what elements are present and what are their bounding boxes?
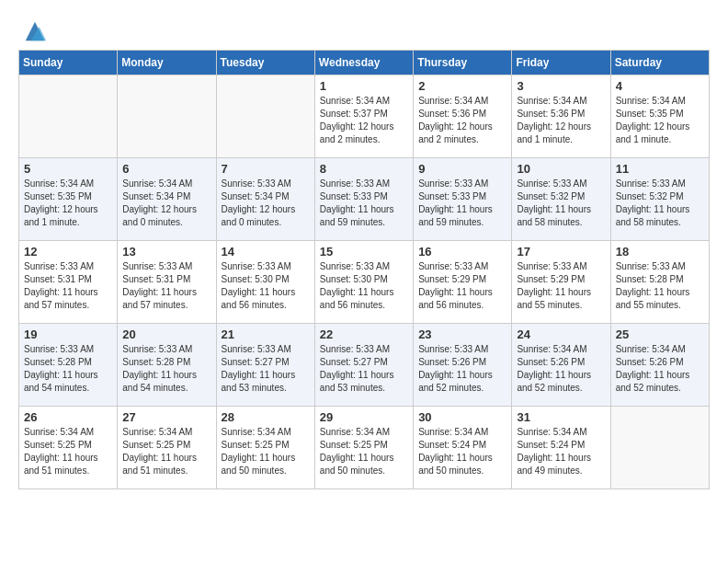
day-info: Sunrise: 5:34 AM Sunset: 5:25 PM Dayligh… bbox=[320, 426, 408, 477]
day-number: 23 bbox=[418, 327, 506, 341]
day-number: 20 bbox=[122, 327, 210, 341]
calendar-week-row: 26Sunrise: 5:34 AM Sunset: 5:25 PM Dayli… bbox=[19, 407, 710, 489]
day-number: 11 bbox=[616, 162, 704, 176]
calendar-day-cell: 12Sunrise: 5:33 AM Sunset: 5:31 PM Dayli… bbox=[19, 241, 118, 324]
day-info: Sunrise: 5:33 AM Sunset: 5:28 PM Dayligh… bbox=[616, 260, 704, 312]
day-number: 31 bbox=[517, 410, 605, 424]
calendar-week-row: 5Sunrise: 5:34 AM Sunset: 5:35 PM Daylig… bbox=[19, 158, 710, 241]
calendar-day-cell: 17Sunrise: 5:33 AM Sunset: 5:29 PM Dayli… bbox=[512, 241, 610, 324]
calendar-day-cell: 3Sunrise: 5:34 AM Sunset: 5:36 PM Daylig… bbox=[512, 75, 610, 158]
day-info: Sunrise: 5:33 AM Sunset: 5:28 PM Dayligh… bbox=[122, 343, 210, 395]
day-number: 5 bbox=[24, 162, 112, 176]
calendar-day-cell: 8Sunrise: 5:33 AM Sunset: 5:33 PM Daylig… bbox=[314, 158, 413, 241]
day-info: Sunrise: 5:33 AM Sunset: 5:33 PM Dayligh… bbox=[418, 178, 506, 229]
day-number: 17 bbox=[517, 245, 605, 259]
weekday-header-monday: Monday bbox=[118, 51, 216, 75]
calendar-day-cell bbox=[216, 75, 314, 158]
calendar-table: SundayMondayTuesdayWednesdayThursdayFrid… bbox=[18, 50, 710, 489]
calendar-day-cell: 27Sunrise: 5:34 AM Sunset: 5:25 PM Dayli… bbox=[118, 407, 216, 489]
calendar-day-cell: 29Sunrise: 5:34 AM Sunset: 5:25 PM Dayli… bbox=[314, 407, 413, 489]
calendar-day-cell: 18Sunrise: 5:33 AM Sunset: 5:28 PM Dayli… bbox=[610, 241, 709, 324]
day-info: Sunrise: 5:33 AM Sunset: 5:27 PM Dayligh… bbox=[320, 343, 408, 395]
main-container: SundayMondayTuesdayWednesdayThursdayFrid… bbox=[0, 0, 728, 499]
weekday-header-friday: Friday bbox=[512, 51, 610, 75]
day-info: Sunrise: 5:33 AM Sunset: 5:27 PM Dayligh… bbox=[222, 343, 310, 395]
weekday-header-thursday: Thursday bbox=[414, 51, 512, 75]
day-info: Sunrise: 5:34 AM Sunset: 5:26 PM Dayligh… bbox=[616, 343, 704, 395]
day-info: Sunrise: 5:33 AM Sunset: 5:34 PM Dayligh… bbox=[222, 178, 310, 229]
day-info: Sunrise: 5:33 AM Sunset: 5:31 PM Dayligh… bbox=[122, 260, 210, 312]
day-number: 9 bbox=[418, 162, 506, 176]
day-number: 25 bbox=[616, 327, 704, 341]
day-number: 22 bbox=[320, 327, 408, 341]
day-number: 2 bbox=[418, 79, 506, 93]
day-number: 10 bbox=[517, 162, 605, 176]
calendar-day-cell: 19Sunrise: 5:33 AM Sunset: 5:28 PM Dayli… bbox=[19, 324, 118, 407]
day-number: 1 bbox=[320, 79, 408, 93]
logo-icon bbox=[22, 18, 48, 44]
calendar-day-cell: 22Sunrise: 5:33 AM Sunset: 5:27 PM Dayli… bbox=[314, 324, 413, 407]
calendar-day-cell: 11Sunrise: 5:33 AM Sunset: 5:32 PM Dayli… bbox=[610, 158, 709, 241]
calendar-day-cell: 16Sunrise: 5:33 AM Sunset: 5:29 PM Dayli… bbox=[414, 241, 512, 324]
day-info: Sunrise: 5:33 AM Sunset: 5:30 PM Dayligh… bbox=[222, 260, 310, 312]
day-number: 24 bbox=[517, 327, 605, 341]
calendar-day-cell: 31Sunrise: 5:34 AM Sunset: 5:24 PM Dayli… bbox=[512, 407, 610, 489]
day-info: Sunrise: 5:34 AM Sunset: 5:25 PM Dayligh… bbox=[222, 426, 310, 477]
day-info: Sunrise: 5:34 AM Sunset: 5:37 PM Dayligh… bbox=[320, 95, 408, 146]
day-info: Sunrise: 5:34 AM Sunset: 5:34 PM Dayligh… bbox=[122, 178, 210, 229]
calendar-day-cell: 24Sunrise: 5:34 AM Sunset: 5:26 PM Dayli… bbox=[512, 324, 610, 407]
calendar-day-cell: 20Sunrise: 5:33 AM Sunset: 5:28 PM Dayli… bbox=[118, 324, 216, 407]
day-info: Sunrise: 5:33 AM Sunset: 5:32 PM Dayligh… bbox=[517, 178, 605, 229]
calendar-day-cell: 5Sunrise: 5:34 AM Sunset: 5:35 PM Daylig… bbox=[19, 158, 118, 241]
header bbox=[18, 18, 710, 44]
day-number: 19 bbox=[24, 327, 112, 341]
calendar-day-cell: 14Sunrise: 5:33 AM Sunset: 5:30 PM Dayli… bbox=[216, 241, 314, 324]
day-info: Sunrise: 5:33 AM Sunset: 5:32 PM Dayligh… bbox=[616, 178, 704, 229]
calendar-day-cell: 21Sunrise: 5:33 AM Sunset: 5:27 PM Dayli… bbox=[216, 324, 314, 407]
calendar-day-cell: 13Sunrise: 5:33 AM Sunset: 5:31 PM Dayli… bbox=[118, 241, 216, 324]
calendar-day-cell bbox=[118, 75, 216, 158]
day-number: 27 bbox=[122, 410, 210, 424]
calendar-day-cell: 26Sunrise: 5:34 AM Sunset: 5:25 PM Dayli… bbox=[19, 407, 118, 489]
day-number: 26 bbox=[24, 410, 112, 424]
day-number: 14 bbox=[222, 245, 310, 259]
day-info: Sunrise: 5:34 AM Sunset: 5:35 PM Dayligh… bbox=[24, 178, 112, 229]
calendar-day-cell bbox=[19, 75, 118, 158]
day-number: 3 bbox=[517, 79, 605, 93]
calendar-day-cell: 23Sunrise: 5:33 AM Sunset: 5:26 PM Dayli… bbox=[414, 324, 512, 407]
day-info: Sunrise: 5:33 AM Sunset: 5:29 PM Dayligh… bbox=[418, 260, 506, 312]
day-info: Sunrise: 5:33 AM Sunset: 5:26 PM Dayligh… bbox=[418, 343, 506, 395]
weekday-header-wednesday: Wednesday bbox=[314, 51, 413, 75]
day-info: Sunrise: 5:34 AM Sunset: 5:24 PM Dayligh… bbox=[418, 426, 506, 477]
day-number: 6 bbox=[122, 162, 210, 176]
weekday-header-tuesday: Tuesday bbox=[216, 51, 314, 75]
calendar-day-cell: 9Sunrise: 5:33 AM Sunset: 5:33 PM Daylig… bbox=[414, 158, 512, 241]
day-number: 15 bbox=[320, 245, 408, 259]
day-number: 21 bbox=[222, 327, 310, 341]
calendar-day-cell: 6Sunrise: 5:34 AM Sunset: 5:34 PM Daylig… bbox=[118, 158, 216, 241]
day-info: Sunrise: 5:33 AM Sunset: 5:29 PM Dayligh… bbox=[517, 260, 605, 312]
day-info: Sunrise: 5:34 AM Sunset: 5:35 PM Dayligh… bbox=[616, 95, 704, 146]
weekday-header-saturday: Saturday bbox=[610, 51, 709, 75]
calendar-day-cell: 2Sunrise: 5:34 AM Sunset: 5:36 PM Daylig… bbox=[414, 75, 512, 158]
day-number: 8 bbox=[320, 162, 408, 176]
day-number: 13 bbox=[122, 245, 210, 259]
calendar-day-cell bbox=[610, 407, 709, 489]
weekday-header-sunday: Sunday bbox=[19, 51, 118, 75]
day-number: 7 bbox=[222, 162, 310, 176]
day-info: Sunrise: 5:34 AM Sunset: 5:25 PM Dayligh… bbox=[24, 426, 112, 477]
day-info: Sunrise: 5:34 AM Sunset: 5:36 PM Dayligh… bbox=[517, 95, 605, 146]
calendar-day-cell: 15Sunrise: 5:33 AM Sunset: 5:30 PM Dayli… bbox=[314, 241, 413, 324]
day-info: Sunrise: 5:33 AM Sunset: 5:30 PM Dayligh… bbox=[320, 260, 408, 312]
day-number: 18 bbox=[616, 245, 704, 259]
day-info: Sunrise: 5:33 AM Sunset: 5:33 PM Dayligh… bbox=[320, 178, 408, 229]
day-info: Sunrise: 5:34 AM Sunset: 5:25 PM Dayligh… bbox=[122, 426, 210, 477]
day-info: Sunrise: 5:33 AM Sunset: 5:28 PM Dayligh… bbox=[24, 343, 112, 395]
day-info: Sunrise: 5:34 AM Sunset: 5:24 PM Dayligh… bbox=[517, 426, 605, 477]
calendar-day-cell: 28Sunrise: 5:34 AM Sunset: 5:25 PM Dayli… bbox=[216, 407, 314, 489]
day-number: 16 bbox=[418, 245, 506, 259]
day-info: Sunrise: 5:34 AM Sunset: 5:26 PM Dayligh… bbox=[517, 343, 605, 395]
day-info: Sunrise: 5:33 AM Sunset: 5:31 PM Dayligh… bbox=[24, 260, 112, 312]
day-number: 12 bbox=[24, 245, 112, 259]
calendar-week-row: 19Sunrise: 5:33 AM Sunset: 5:28 PM Dayli… bbox=[19, 324, 710, 407]
